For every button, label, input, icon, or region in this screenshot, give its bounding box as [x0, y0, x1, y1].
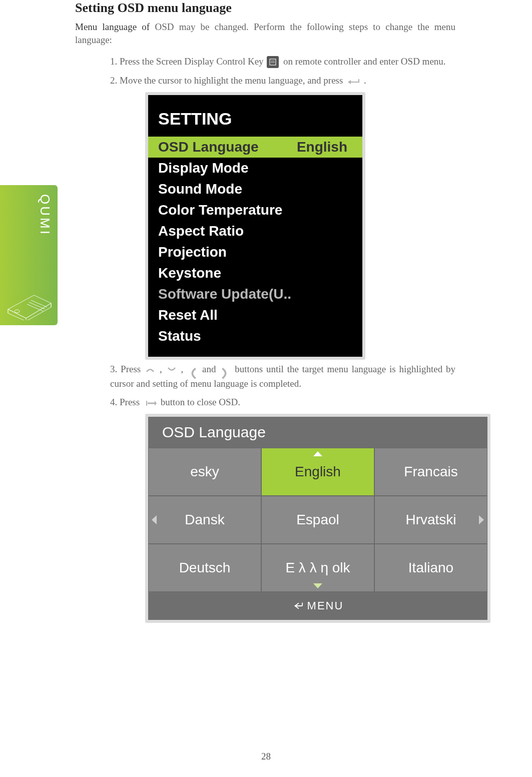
- page-number: 28: [0, 751, 532, 762]
- back-icon: [292, 600, 303, 611]
- osd-setting-figure: SETTING OSD Language English Display Mod…: [145, 92, 365, 360]
- side-tab: QUMI: [0, 185, 58, 325]
- osd-item[interactable]: Aspect Ratio: [148, 221, 362, 242]
- osd-item[interactable]: Status: [148, 326, 362, 347]
- lang-cell[interactable]: Italiano: [374, 544, 487, 592]
- step-4: 4. Press button to close OSD.: [110, 395, 455, 409]
- lang-cell[interactable]: Francais: [374, 448, 487, 496]
- exit-arrow-icon: [144, 400, 157, 407]
- osd-item[interactable]: Reset All: [148, 305, 362, 326]
- lang-cell[interactable]: Hrvatski: [374, 496, 487, 544]
- lang-cell[interactable]: Ε λ λ η olk: [261, 544, 374, 592]
- osd-item[interactable]: Keystone: [148, 263, 362, 284]
- lang-cell[interactable]: esky: [148, 448, 261, 496]
- page-title: Setting OSD menu language: [75, 0, 455, 16]
- step-1-a: 1. Press the Screen Display Control Key: [110, 56, 264, 67]
- osd-title: SETTING: [158, 109, 362, 129]
- osd-item[interactable]: Display Mode: [148, 158, 362, 179]
- lang-label: Dansk: [185, 512, 224, 528]
- step-1: 1. Press the Screen Display Control Key …: [110, 54, 455, 69]
- lang-label: Francais: [404, 464, 457, 480]
- lang-cell[interactable]: Dansk: [148, 496, 261, 544]
- step-3-d: and: [202, 364, 219, 374]
- svg-point-5: [15, 310, 20, 313]
- lang-label: Italiano: [408, 560, 453, 576]
- svg-line-8: [27, 304, 43, 311]
- osd-item[interactable]: Software Update(U..: [148, 284, 362, 305]
- osd-language-figure: OSD Language esky English Francais Dansk…: [145, 414, 490, 623]
- osd-sel-label: OSD Language: [158, 139, 259, 155]
- step-2: 2. Move the cursor to highlight the menu…: [110, 73, 455, 88]
- osd-item[interactable]: Color Temperature: [148, 200, 362, 221]
- step-4-b: button to close OSD.: [161, 397, 240, 407]
- lang-label: Espaol: [296, 512, 339, 528]
- projector-illustration-icon: [4, 285, 54, 320]
- chevron-down-icon: [313, 583, 322, 588]
- step-2-b: .: [364, 75, 366, 86]
- svg-line-6: [31, 300, 47, 307]
- step-3-b: ,: [160, 364, 166, 374]
- step-3-a: 3. Press: [110, 364, 141, 374]
- chevron-up-icon: [313, 451, 322, 456]
- osd-item-selected[interactable]: OSD Language English: [148, 137, 362, 158]
- lang-cell[interactable]: Deutsch: [148, 544, 261, 592]
- lang-label: English: [295, 464, 341, 480]
- lang-label: Deutsch: [179, 560, 231, 576]
- menu-key-icon: [267, 56, 279, 68]
- osd2-header: OSD Language: [148, 417, 487, 448]
- osd-item[interactable]: Projection: [148, 242, 362, 263]
- osd2-footer-label: MENU: [307, 599, 344, 612]
- arrow-down-icon: [167, 366, 177, 373]
- step-4-a: 4. Press: [110, 397, 142, 407]
- lang-label: Hrvatski: [405, 512, 456, 528]
- enter-arrow-icon: [347, 78, 360, 85]
- svg-marker-0: [8, 295, 51, 318]
- arrow-left-icon: [188, 366, 198, 373]
- step-3-c: ,: [181, 364, 187, 374]
- lang-cell[interactable]: Espaol: [261, 496, 374, 544]
- side-tab-brand: QUMI: [37, 194, 53, 236]
- svg-line-7: [29, 302, 45, 309]
- svg-marker-12: [348, 80, 351, 84]
- chevron-right-icon: [479, 515, 484, 524]
- step-3: 3. Press , , and buttons until the targe…: [110, 362, 455, 391]
- arrow-up-icon: [145, 366, 155, 373]
- intro-text: Menu language of OSD may be changed. Per…: [75, 21, 455, 46]
- svg-rect-9: [270, 59, 276, 65]
- step-1-b: on remote controller and enter OSD menu.: [283, 56, 445, 67]
- osd-item[interactable]: Sound Mode: [148, 179, 362, 200]
- intro-lead: Menu language of: [75, 22, 150, 32]
- arrow-right-icon: [220, 366, 230, 373]
- lang-cell-selected[interactable]: English: [261, 448, 374, 496]
- lang-label: esky: [190, 464, 219, 480]
- osd2-footer-menu[interactable]: MENU: [148, 592, 487, 620]
- osd-sel-value: English: [297, 139, 347, 155]
- chevron-left-icon: [152, 515, 157, 524]
- lang-label: Ε λ λ η olk: [285, 560, 350, 576]
- svg-marker-14: [155, 401, 157, 406]
- step-2-a: 2. Move the cursor to highlight the menu…: [110, 75, 343, 86]
